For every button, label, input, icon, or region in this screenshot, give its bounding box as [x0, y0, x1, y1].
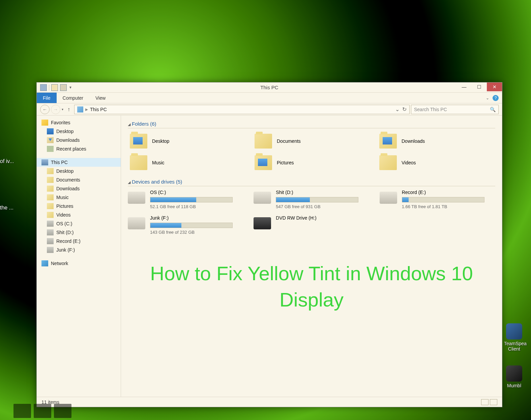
folder-item[interactable]: Videos [377, 153, 495, 172]
breadcrumb-chevron-icon[interactable]: ⌄ [395, 106, 400, 112]
folder-item[interactable]: Pictures [253, 153, 371, 172]
folder-icon [379, 134, 397, 149]
window-title: This PC [37, 85, 502, 90]
minimize-button[interactable]: — [456, 83, 472, 91]
drive-name: DVD RW Drive (H:) [276, 215, 369, 221]
star-icon [41, 120, 48, 126]
folder-icon [130, 134, 147, 149]
maximize-button[interactable]: ☐ [472, 83, 487, 91]
drive-icon [254, 192, 271, 204]
folder-item[interactable]: Documents [253, 132, 371, 151]
desktop-icon-label[interactable]: the ... [0, 205, 13, 211]
folder-label: Downloads [402, 138, 425, 144]
app-icon[interactable] [40, 84, 47, 91]
refresh-icon[interactable]: ↻ [402, 106, 407, 112]
group-header-drives[interactable]: ◢Devices and drives (5) [128, 179, 495, 186]
taskbar-button[interactable] [34, 404, 51, 418]
taskbar [13, 404, 71, 418]
desktop-icon-teamspeak[interactable]: TeamSpea Client [504, 323, 524, 352]
up-button[interactable]: ↑ [65, 105, 73, 114]
drive-item[interactable]: OS (C:)52.1 GB free of 118 GB [128, 190, 243, 209]
sidebar-item[interactable]: Desktop [37, 167, 121, 175]
sidebar-favorites[interactable]: Favorites [37, 118, 121, 127]
back-button[interactable]: ← [40, 105, 50, 114]
drive-free-text: 143 GB free of 232 GB [150, 230, 243, 235]
sidebar-item[interactable]: Shit (D:) [37, 228, 121, 237]
drive-icon [128, 217, 145, 229]
folder-label: Documents [277, 138, 301, 144]
folder-item[interactable]: Music [128, 153, 246, 172]
drive-free-text: 1.66 TB free of 1.81 TB [402, 204, 495, 209]
help-icon[interactable]: ? [493, 95, 499, 101]
sidebar-item[interactable]: Pictures [37, 202, 121, 211]
drive-capacity-bar [402, 197, 484, 202]
drive-free-text: 52.1 GB free of 118 GB [150, 204, 243, 209]
breadcrumb-bar[interactable]: ▸ This PC ⌄ ↻ [74, 105, 410, 114]
tab-file[interactable]: File [37, 93, 57, 103]
drive-item[interactable]: Record (E:)1.66 TB free of 1.81 TB [380, 190, 495, 209]
drive-capacity-bar [150, 197, 233, 202]
ribbon: File Computer View ⌄ ? [37, 93, 502, 103]
sidebar-item[interactable]: Record (E:) [37, 237, 121, 246]
search-input[interactable]: Search This PC 🔍 [411, 105, 499, 114]
tab-view[interactable]: View [89, 93, 112, 103]
sidebar-item-desktop[interactable]: Desktop [37, 127, 121, 136]
search-icon: 🔍 [490, 107, 496, 112]
titlebar[interactable]: ▼ This PC — ☐ ✕ [37, 83, 502, 93]
forward-button[interactable]: → [51, 105, 60, 114]
folder-icon [47, 194, 54, 200]
taskbar-button[interactable] [54, 404, 71, 418]
drive-item[interactable]: Junk (F:)143 GB free of 232 GB [128, 215, 243, 235]
address-bar: ← → ▾ ↑ ▸ This PC ⌄ ↻ Search This PC 🔍 [37, 103, 502, 116]
sidebar-item[interactable]: Documents [37, 175, 121, 184]
folder-label: Pictures [277, 160, 294, 165]
sidebar-item[interactable]: Downloads [37, 184, 121, 193]
qat-chevron-icon[interactable]: ▼ [69, 86, 72, 89]
pc-icon [77, 106, 83, 112]
desktop-icon-mumble[interactable]: Mumbl [504, 365, 524, 388]
status-bar: 11 items [37, 397, 502, 407]
sidebar-item[interactable]: OS (C:) [37, 219, 121, 228]
drive-item[interactable]: DVD RW Drive (H:) [254, 215, 369, 235]
folder-item[interactable]: Downloads [377, 132, 495, 151]
desktop-icon-label[interactable]: of iv... [0, 158, 14, 164]
folder-icon [47, 168, 54, 174]
folder-icon [47, 212, 54, 218]
folder-icon [255, 155, 272, 170]
drive-icon [128, 192, 145, 204]
sidebar-this-pc[interactable]: This PC [37, 158, 121, 167]
taskbar-button[interactable] [13, 404, 31, 418]
drive-icon [47, 229, 54, 235]
close-button[interactable]: ✕ [487, 83, 502, 91]
qat-newfolder-icon[interactable] [60, 84, 67, 91]
desktop-icon [47, 128, 54, 134]
sidebar-item[interactable]: Junk (F:) [37, 246, 121, 254]
drive-name: Record (E:) [402, 190, 495, 195]
group-header-folders[interactable]: ◢Folders (6) [128, 121, 495, 128]
tab-computer[interactable]: Computer [57, 93, 89, 103]
ribbon-expand-icon[interactable]: ⌄ [486, 96, 489, 100]
folder-item[interactable]: Desktop [128, 132, 246, 151]
sidebar-item[interactable]: Music [37, 193, 121, 202]
folder-icon [47, 203, 54, 209]
downloads-icon [47, 137, 54, 143]
sidebar-item[interactable]: Videos [37, 211, 121, 219]
drive-capacity-bar [276, 197, 358, 202]
folder-label: Music [152, 160, 165, 165]
view-details-button[interactable] [481, 399, 489, 405]
sidebar-item-recent[interactable]: Recent places [37, 144, 121, 153]
drive-name: OS (C:) [150, 190, 243, 195]
sidebar-item-downloads[interactable]: Downloads [37, 136, 121, 144]
navigation-pane: Favorites Desktop Downloads Recent place… [37, 116, 121, 397]
folder-icon [47, 177, 54, 183]
folder-icon [130, 155, 147, 170]
overlay-title: How to Fix Yellow Tint in Windows 10 Dis… [121, 260, 502, 313]
sidebar-network[interactable]: Network [37, 259, 121, 268]
folder-label: Desktop [152, 138, 169, 144]
drive-item[interactable]: Shit (D:)547 GB free of 931 GB [254, 190, 369, 209]
qat-properties-icon[interactable] [51, 84, 58, 91]
breadcrumb-text[interactable]: This PC [90, 107, 107, 112]
content-pane[interactable]: ◢Folders (6) DesktopDocumentsDownloadsMu… [121, 116, 502, 397]
history-chevron-icon[interactable]: ▾ [62, 107, 63, 111]
view-tiles-button[interactable] [490, 399, 497, 405]
